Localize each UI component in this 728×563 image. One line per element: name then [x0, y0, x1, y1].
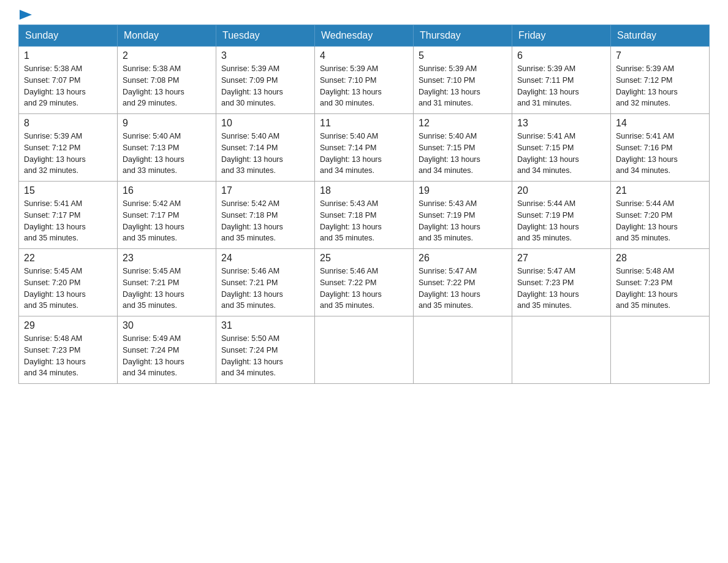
day-info: Sunrise: 5:42 AM Sunset: 7:17 PM Dayligh…: [123, 198, 211, 244]
day-number: 19: [419, 185, 507, 196]
day-number: 23: [123, 253, 211, 264]
calendar-cell: 15 Sunrise: 5:41 AM Sunset: 7:17 PM Dayl…: [19, 182, 118, 249]
day-number: 17: [221, 185, 309, 196]
day-number: 22: [24, 253, 112, 264]
day-info: Sunrise: 5:39 AM Sunset: 7:12 PM Dayligh…: [616, 63, 704, 109]
day-number: 12: [419, 118, 507, 129]
day-number: 18: [320, 185, 408, 196]
day-header-saturday: Saturday: [611, 25, 710, 47]
calendar-cell: 1 Sunrise: 5:38 AM Sunset: 7:07 PM Dayli…: [19, 47, 118, 114]
calendar-table: SundayMondayTuesdayWednesdayThursdayFrid…: [18, 25, 710, 384]
day-header-monday: Monday: [118, 25, 216, 47]
day-header-tuesday: Tuesday: [216, 25, 315, 47]
calendar-cell: 28 Sunrise: 5:48 AM Sunset: 7:23 PM Dayl…: [611, 249, 710, 316]
day-info: Sunrise: 5:38 AM Sunset: 7:07 PM Dayligh…: [24, 63, 112, 109]
calendar-cell: 3 Sunrise: 5:39 AM Sunset: 7:09 PM Dayli…: [216, 47, 315, 114]
calendar-cell: 5 Sunrise: 5:39 AM Sunset: 7:10 PM Dayli…: [414, 47, 512, 114]
day-number: 2: [123, 50, 211, 61]
day-info: Sunrise: 5:48 AM Sunset: 7:23 PM Dayligh…: [616, 266, 704, 312]
day-info: Sunrise: 5:39 AM Sunset: 7:12 PM Dayligh…: [24, 131, 112, 177]
day-info: Sunrise: 5:48 AM Sunset: 7:23 PM Dayligh…: [24, 333, 112, 379]
calendar-cell: 24 Sunrise: 5:46 AM Sunset: 7:21 PM Dayl…: [216, 249, 315, 316]
day-info: Sunrise: 5:49 AM Sunset: 7:24 PM Dayligh…: [123, 333, 211, 379]
calendar-cell: 19 Sunrise: 5:43 AM Sunset: 7:19 PM Dayl…: [414, 182, 512, 249]
day-number: 10: [221, 118, 309, 129]
day-info: Sunrise: 5:45 AM Sunset: 7:21 PM Dayligh…: [123, 266, 211, 312]
day-number: 28: [616, 253, 704, 264]
day-info: Sunrise: 5:44 AM Sunset: 7:20 PM Dayligh…: [616, 198, 704, 244]
day-info: Sunrise: 5:44 AM Sunset: 7:19 PM Dayligh…: [517, 198, 605, 244]
day-number: 31: [221, 320, 309, 331]
calendar-cell: [315, 316, 414, 384]
day-number: 7: [616, 50, 704, 61]
day-info: Sunrise: 5:40 AM Sunset: 7:13 PM Dayligh…: [123, 131, 211, 177]
calendar-cell: 29 Sunrise: 5:48 AM Sunset: 7:23 PM Dayl…: [19, 316, 118, 384]
svg-marker-0: [20, 10, 32, 20]
calendar-cell: [512, 316, 611, 384]
day-header-thursday: Thursday: [414, 25, 512, 47]
day-info: Sunrise: 5:46 AM Sunset: 7:22 PM Dayligh…: [320, 266, 408, 312]
day-info: Sunrise: 5:42 AM Sunset: 7:18 PM Dayligh…: [221, 198, 309, 244]
calendar-cell: 16 Sunrise: 5:42 AM Sunset: 7:17 PM Dayl…: [118, 182, 216, 249]
calendar-cell: 17 Sunrise: 5:42 AM Sunset: 7:18 PM Dayl…: [216, 182, 315, 249]
calendar-week-row: 1 Sunrise: 5:38 AM Sunset: 7:07 PM Dayli…: [19, 47, 710, 114]
day-info: Sunrise: 5:39 AM Sunset: 7:11 PM Dayligh…: [517, 63, 605, 109]
day-number: 30: [123, 320, 211, 331]
calendar-cell: [414, 316, 512, 384]
calendar-week-row: 29 Sunrise: 5:48 AM Sunset: 7:23 PM Dayl…: [19, 316, 710, 384]
day-info: Sunrise: 5:40 AM Sunset: 7:14 PM Dayligh…: [221, 131, 309, 177]
day-number: 15: [24, 185, 112, 196]
day-header-friday: Friday: [512, 25, 611, 47]
day-number: 25: [320, 253, 408, 264]
day-number: 8: [24, 118, 112, 129]
calendar-week-row: 22 Sunrise: 5:45 AM Sunset: 7:20 PM Dayl…: [19, 249, 710, 316]
page-header: [18, 12, 710, 18]
day-number: 13: [517, 118, 605, 129]
day-info: Sunrise: 5:39 AM Sunset: 7:10 PM Dayligh…: [419, 63, 507, 109]
day-info: Sunrise: 5:41 AM Sunset: 7:16 PM Dayligh…: [616, 131, 704, 177]
day-info: Sunrise: 5:46 AM Sunset: 7:21 PM Dayligh…: [221, 266, 309, 312]
day-header-sunday: Sunday: [19, 25, 118, 47]
day-header-wednesday: Wednesday: [315, 25, 414, 47]
day-info: Sunrise: 5:41 AM Sunset: 7:17 PM Dayligh…: [24, 198, 112, 244]
day-number: 6: [517, 50, 605, 61]
calendar-cell: 11 Sunrise: 5:40 AM Sunset: 7:14 PM Dayl…: [315, 114, 414, 182]
day-number: 29: [24, 320, 112, 331]
calendar-cell: 2 Sunrise: 5:38 AM Sunset: 7:08 PM Dayli…: [118, 47, 216, 114]
day-number: 11: [320, 118, 408, 129]
day-info: Sunrise: 5:47 AM Sunset: 7:22 PM Dayligh…: [419, 266, 507, 312]
calendar-cell: 4 Sunrise: 5:39 AM Sunset: 7:10 PM Dayli…: [315, 47, 414, 114]
calendar-cell: 8 Sunrise: 5:39 AM Sunset: 7:12 PM Dayli…: [19, 114, 118, 182]
day-info: Sunrise: 5:41 AM Sunset: 7:15 PM Dayligh…: [517, 131, 605, 177]
day-number: 20: [517, 185, 605, 196]
calendar-cell: 31 Sunrise: 5:50 AM Sunset: 7:24 PM Dayl…: [216, 316, 315, 384]
calendar-header-row: SundayMondayTuesdayWednesdayThursdayFrid…: [19, 25, 710, 47]
calendar-cell: 14 Sunrise: 5:41 AM Sunset: 7:16 PM Dayl…: [611, 114, 710, 182]
calendar-cell: 13 Sunrise: 5:41 AM Sunset: 7:15 PM Dayl…: [512, 114, 611, 182]
calendar-cell: 23 Sunrise: 5:45 AM Sunset: 7:21 PM Dayl…: [118, 249, 216, 316]
calendar-cell: 27 Sunrise: 5:47 AM Sunset: 7:23 PM Dayl…: [512, 249, 611, 316]
day-number: 16: [123, 185, 211, 196]
calendar-cell: 21 Sunrise: 5:44 AM Sunset: 7:20 PM Dayl…: [611, 182, 710, 249]
logo-triangle-icon: [20, 10, 32, 22]
day-info: Sunrise: 5:47 AM Sunset: 7:23 PM Dayligh…: [517, 266, 605, 312]
day-number: 1: [24, 50, 112, 61]
day-number: 3: [221, 50, 309, 61]
calendar-cell: 10 Sunrise: 5:40 AM Sunset: 7:14 PM Dayl…: [216, 114, 315, 182]
day-info: Sunrise: 5:40 AM Sunset: 7:15 PM Dayligh…: [419, 131, 507, 177]
day-number: 21: [616, 185, 704, 196]
calendar-week-row: 15 Sunrise: 5:41 AM Sunset: 7:17 PM Dayl…: [19, 182, 710, 249]
day-number: 26: [419, 253, 507, 264]
day-info: Sunrise: 5:39 AM Sunset: 7:10 PM Dayligh…: [320, 63, 408, 109]
day-number: 14: [616, 118, 704, 129]
calendar-cell: 9 Sunrise: 5:40 AM Sunset: 7:13 PM Dayli…: [118, 114, 216, 182]
day-info: Sunrise: 5:43 AM Sunset: 7:18 PM Dayligh…: [320, 198, 408, 244]
calendar-cell: 7 Sunrise: 5:39 AM Sunset: 7:12 PM Dayli…: [611, 47, 710, 114]
calendar-cell: 18 Sunrise: 5:43 AM Sunset: 7:18 PM Dayl…: [315, 182, 414, 249]
calendar-cell: 12 Sunrise: 5:40 AM Sunset: 7:15 PM Dayl…: [414, 114, 512, 182]
day-number: 4: [320, 50, 408, 61]
calendar-cell: 6 Sunrise: 5:39 AM Sunset: 7:11 PM Dayli…: [512, 47, 611, 114]
day-number: 9: [123, 118, 211, 129]
calendar-cell: 30 Sunrise: 5:49 AM Sunset: 7:24 PM Dayl…: [118, 316, 216, 384]
logo: [18, 12, 32, 18]
